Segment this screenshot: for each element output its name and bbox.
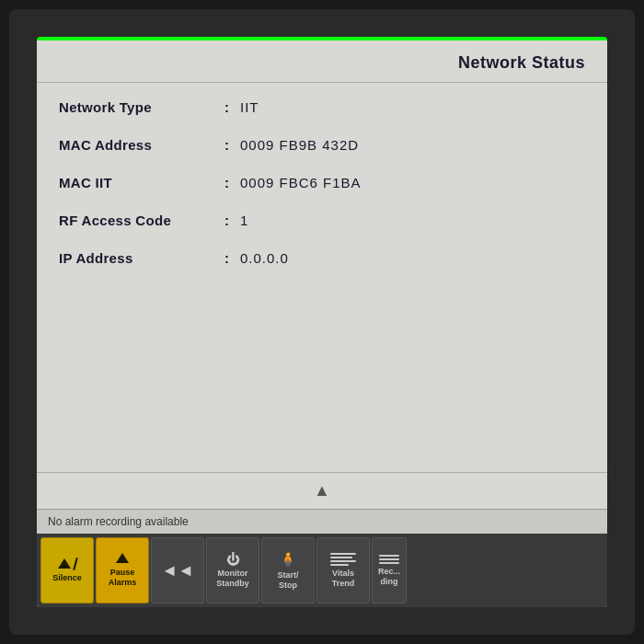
separator-4: :	[224, 213, 229, 228]
triangle-icon	[58, 558, 71, 569]
back-button[interactable]: ◄◄	[151, 537, 204, 604]
scroll-up-icon: ▲	[314, 481, 330, 500]
screen-content: Network Status Network Type : IIT MAC Ad…	[37, 40, 607, 607]
network-type-label: Network Type	[59, 99, 224, 115]
vitals-trend-label: VitalsTrend	[332, 569, 355, 589]
network-type-value: IIT	[240, 99, 259, 115]
network-type-row: Network Type : IIT	[37, 88, 607, 126]
back-icon: ◄◄	[161, 562, 194, 579]
vitals-lines-icon	[330, 553, 356, 566]
rf-access-code-value: 1	[240, 213, 248, 228]
recording-label: Rec...ding	[378, 567, 400, 587]
separator-5: :	[224, 250, 229, 266]
bottom-toolbar: Silence PauseAlarms ◄◄ ⏻ MonitorStand	[37, 534, 607, 607]
silence-button[interactable]: Silence	[40, 537, 94, 604]
recording-button[interactable]: Rec...ding	[372, 537, 407, 604]
start-stop-button[interactable]: 🧍 Start/Stop	[261, 537, 315, 604]
mac-address-row: MAC Address : 0009 FB9B 432D	[37, 126, 607, 164]
rf-access-code-label: RF Access Code	[59, 213, 224, 228]
slash-icon	[73, 558, 78, 570]
panel-title: Network Status	[37, 40, 607, 83]
ip-address-label: IP Address	[59, 250, 224, 266]
vitals-trend-button[interactable]: VitalsTrend	[316, 537, 370, 604]
pause-alarms-button[interactable]: PauseAlarms	[96, 537, 149, 604]
screen-container: Network Status Network Type : IIT MAC Ad…	[37, 37, 607, 607]
scroll-area: ▲	[37, 472, 607, 509]
separator-1: :	[224, 99, 229, 115]
mac-iit-value: 0009 FBC6 F1BA	[240, 175, 362, 190]
mac-address-value: 0009 FB9B 432D	[240, 137, 359, 153]
mac-address-label: MAC Address	[59, 137, 224, 153]
status-message: No alarm recording available	[48, 515, 189, 528]
monitor-standby-label: MonitorStandby	[216, 569, 249, 589]
recording-lines-icon	[379, 555, 399, 564]
pause-alarm-triangle-icon	[116, 553, 129, 563]
mac-iit-row: MAC IIT : 0009 FBC6 F1BA	[37, 164, 607, 201]
power-icon: ⏻	[226, 553, 239, 566]
rf-access-code-row: RF Access Code : 1	[37, 201, 607, 239]
info-rows: Network Type : IIT MAC Address : 0009 FB…	[37, 83, 607, 472]
separator-3: :	[224, 175, 229, 190]
network-status-panel: Network Status Network Type : IIT MAC Ad…	[37, 40, 607, 607]
separator-2: :	[224, 137, 229, 153]
monitor-standby-button[interactable]: ⏻ MonitorStandby	[206, 537, 259, 604]
person-icon: 🧍	[279, 550, 297, 568]
silence-label: Silence	[52, 573, 82, 583]
status-bar: No alarm recording available	[37, 509, 607, 534]
device-frame: Network Status Network Type : IIT MAC Ad…	[9, 9, 635, 635]
ip-address-row: IP Address : 0.0.0.0	[37, 239, 607, 277]
silence-icon-area	[58, 558, 76, 570]
start-stop-label: Start/Stop	[277, 570, 298, 591]
ip-address-value: 0.0.0.0	[240, 250, 289, 266]
mac-iit-label: MAC IIT	[59, 175, 224, 190]
pause-alarms-label: PauseAlarms	[109, 568, 137, 588]
